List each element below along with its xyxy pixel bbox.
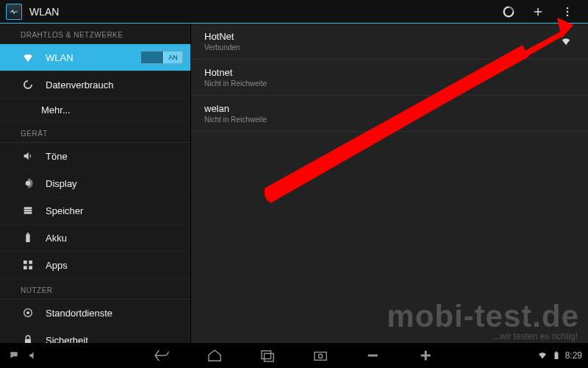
sidebar-item-label: Display bbox=[46, 178, 77, 189]
nav-voldown-button[interactable] bbox=[363, 348, 384, 363]
sidebar-item-storage[interactable]: Speicher bbox=[0, 197, 190, 224]
overflow-menu-button[interactable] bbox=[553, 0, 582, 24]
sidebar-item-location[interactable]: Standortdienste bbox=[0, 300, 190, 327]
apps-icon bbox=[21, 258, 35, 272]
svg-rect-10 bbox=[29, 261, 32, 264]
nav-screenshot-button[interactable] bbox=[310, 348, 331, 363]
wifi-network-list[interactable]: HotNetVerbundenHotnetNicht in Reichweite… bbox=[191, 24, 588, 343]
sidebar-item-sound[interactable]: Töne bbox=[0, 143, 190, 170]
status-wifi-icon bbox=[537, 351, 548, 360]
sidebar-item-security[interactable]: Sicherheit bbox=[0, 327, 190, 343]
sidebar-section-header: NUTZER bbox=[0, 279, 190, 300]
svg-rect-0 bbox=[567, 7, 568, 9]
data-usage-icon bbox=[21, 77, 35, 92]
svg-rect-1 bbox=[567, 10, 568, 12]
storage-icon bbox=[21, 203, 35, 218]
page-title: WLAN bbox=[29, 6, 494, 18]
sidebar-item-label: Speicher bbox=[46, 205, 83, 216]
sidebar-item-apps[interactable]: Apps bbox=[0, 252, 190, 279]
sidebar-item-label: Töne bbox=[46, 151, 68, 162]
security-icon bbox=[21, 333, 35, 343]
sidebar-item-data[interactable]: Datenverbrauch bbox=[0, 71, 190, 99]
sidebar-item-display[interactable]: Display bbox=[0, 170, 190, 197]
svg-rect-2 bbox=[567, 14, 568, 15]
system-nav-bar: 8:29 bbox=[0, 343, 588, 368]
svg-rect-20 bbox=[315, 353, 326, 361]
nav-back-button[interactable] bbox=[151, 348, 172, 363]
svg-rect-25 bbox=[554, 353, 558, 359]
wifi-network-name: welan bbox=[204, 103, 557, 114]
nav-volume-icon[interactable] bbox=[25, 347, 41, 364]
app-icon bbox=[6, 4, 22, 20]
nav-volup-button[interactable] bbox=[416, 348, 437, 363]
svg-rect-11 bbox=[24, 266, 27, 269]
display-icon bbox=[21, 176, 35, 191]
sidebar-item-label: Akku bbox=[46, 233, 67, 244]
svg-rect-12 bbox=[29, 266, 32, 269]
wlan-toggle[interactable]: AN bbox=[140, 51, 183, 64]
battery-icon bbox=[21, 230, 35, 245]
sidebar-item-label: Mehr... bbox=[41, 105, 71, 116]
svg-rect-26 bbox=[556, 352, 557, 353]
nav-home-button[interactable] bbox=[204, 348, 225, 363]
wifi-network-item[interactable]: HotnetNicht in Reichweite bbox=[191, 60, 588, 96]
wifi-network-status: Nicht in Reichweite bbox=[204, 116, 557, 124]
settings-sidebar[interactable]: DRAHTLOS & NETZWERKEWLANANDatenverbrauch… bbox=[0, 24, 191, 343]
svg-rect-19 bbox=[265, 353, 274, 361]
svg-point-21 bbox=[318, 354, 322, 358]
sidebar-item-battery[interactable]: Akku bbox=[0, 224, 190, 252]
sidebar-section-header: DRAHTLOS & NETZWERKE bbox=[0, 24, 190, 44]
sidebar-item-label: Datenverbrauch bbox=[46, 79, 114, 91]
sidebar-item-label: WLAN bbox=[46, 52, 74, 63]
wifi-icon bbox=[21, 50, 35, 65]
action-bar: WLAN bbox=[0, 0, 588, 24]
svg-rect-5 bbox=[24, 210, 32, 212]
svg-rect-7 bbox=[26, 234, 29, 242]
wifi-network-name: HotNet bbox=[204, 31, 557, 42]
sidebar-item-label: Sicherheit bbox=[46, 335, 88, 344]
wifi-signal-icon bbox=[557, 36, 575, 46]
wifi-network-name: Hotnet bbox=[204, 67, 557, 78]
wifi-network-item[interactable]: welanNicht in Reichweite bbox=[191, 96, 588, 132]
sidebar-item-label: Apps bbox=[46, 260, 68, 271]
wifi-network-status: Nicht in Reichweite bbox=[204, 79, 557, 88]
svg-rect-4 bbox=[24, 207, 32, 209]
status-clock: 8:29 bbox=[565, 350, 582, 361]
svg-rect-6 bbox=[24, 212, 32, 214]
svg-rect-8 bbox=[27, 233, 29, 234]
wps-button[interactable] bbox=[494, 0, 523, 24]
sidebar-section-header: GERÄT bbox=[0, 122, 190, 143]
sidebar-item-label: Standortdienste bbox=[46, 308, 112, 319]
toggle-label: AN bbox=[163, 52, 182, 63]
status-battery-icon bbox=[552, 351, 561, 360]
svg-rect-22 bbox=[368, 355, 377, 356]
svg-point-13 bbox=[26, 311, 29, 314]
wifi-network-item[interactable]: HotNetVerbunden bbox=[191, 24, 588, 60]
svg-rect-24 bbox=[425, 351, 426, 360]
location-icon bbox=[21, 305, 35, 320]
svg-rect-9 bbox=[24, 261, 27, 264]
nav-speech-icon[interactable] bbox=[6, 347, 22, 364]
svg-rect-18 bbox=[262, 351, 271, 359]
wifi-network-status: Verbunden bbox=[204, 43, 557, 52]
add-network-button[interactable] bbox=[523, 0, 553, 24]
nav-recent-button[interactable] bbox=[257, 348, 278, 363]
sidebar-item-wlan[interactable]: WLANAN bbox=[0, 44, 190, 71]
sound-icon bbox=[21, 149, 35, 163]
sidebar-item-more[interactable]: Mehr... bbox=[0, 99, 190, 122]
